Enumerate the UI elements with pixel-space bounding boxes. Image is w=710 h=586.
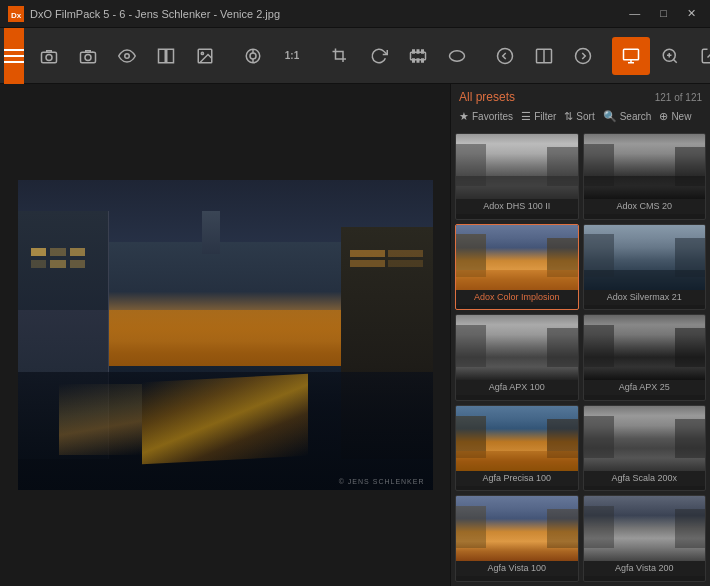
presets-sort-button[interactable]: ⇅ Sort xyxy=(564,110,594,123)
svg-point-10 xyxy=(201,52,203,54)
tool-btn-onetoone[interactable]: 1:1 xyxy=(273,37,311,75)
preset-thumb-agfa-vista100 xyxy=(456,496,578,561)
presets-count: 121 of 121 xyxy=(655,92,702,103)
svg-line-31 xyxy=(673,59,676,62)
toolbar: 1:1 xyxy=(0,28,710,84)
preset-label-agfa-apx25: Agfa APX 25 xyxy=(584,380,706,395)
preset-item-agfa-vista200[interactable]: Agfa Vista 200 xyxy=(583,495,707,582)
list-icon: ☰ xyxy=(521,110,531,123)
svg-rect-17 xyxy=(417,50,419,53)
svg-rect-8 xyxy=(167,49,174,63)
preset-label-agfa-vista200: Agfa Vista 200 xyxy=(584,561,706,576)
search-icon: 🔍 xyxy=(603,110,617,123)
image-watermark: © JENS SCHLENKER xyxy=(339,478,425,485)
preset-label-adox-dhs100ii: Adox DHS 100 II xyxy=(456,199,578,214)
svg-rect-21 xyxy=(422,59,424,62)
star-icon: ★ xyxy=(459,110,469,123)
tool-btn-compare[interactable] xyxy=(147,37,185,75)
preset-item-agfa-scala200x[interactable]: Agfa Scala 200x xyxy=(583,405,707,492)
preset-label-agfa-scala200x: Agfa Scala 200x xyxy=(584,471,706,486)
svg-rect-18 xyxy=(422,50,424,53)
main-content: © JENS SCHLENKER All presets 121 of 121 … xyxy=(0,84,710,586)
presets-title: All presets 121 of 121 xyxy=(459,90,702,104)
tool-group-edit: 1:1 xyxy=(234,37,311,75)
window-title: DxO FilmPack 5 - 6 - Jens Schlenker - Ve… xyxy=(30,8,623,20)
tool-btn-zoom[interactable] xyxy=(651,37,689,75)
preset-item-adox-cms20[interactable]: Adox CMS 20 xyxy=(583,133,707,220)
tool-btn-adjust[interactable] xyxy=(234,37,272,75)
svg-rect-16 xyxy=(413,50,415,53)
app-icon: Dx xyxy=(8,6,24,22)
preset-item-adox-silvermax21[interactable]: Adox Silvermax 21 xyxy=(583,224,707,311)
preset-thumb-agfa-scala200x xyxy=(584,406,706,471)
presets-new-button[interactable]: ⊕ New xyxy=(659,110,691,123)
preset-thumb-adox-cms20 xyxy=(584,134,706,199)
tool-btn-vignette[interactable] xyxy=(438,37,476,75)
svg-point-12 xyxy=(250,53,256,59)
presets-grid: Adox DHS 100 II Adox CMS 20 xyxy=(451,129,710,586)
maximize-button[interactable]: □ xyxy=(654,5,673,22)
presets-sort-label: Sort xyxy=(576,111,594,122)
window-controls: — □ ✕ xyxy=(623,5,702,22)
preset-label-agfa-apx100: Agfa APX 100 xyxy=(456,380,578,395)
preset-label-adox-cms20: Adox CMS 20 xyxy=(584,199,706,214)
svg-point-3 xyxy=(46,54,52,60)
svg-point-22 xyxy=(450,50,465,61)
presets-new-label: New xyxy=(671,111,691,122)
preset-item-adox-dhs100ii[interactable]: Adox DHS 100 II xyxy=(455,133,579,220)
tool-btn-film[interactable] xyxy=(399,37,437,75)
preset-label-adox-color-implosion: Adox Color Implosion xyxy=(456,290,578,305)
preset-item-agfa-precisa100[interactable]: Agfa Precisa 100 xyxy=(455,405,579,492)
tool-btn-display[interactable] xyxy=(612,37,650,75)
svg-point-23 xyxy=(498,48,513,63)
presets-search-label: Search xyxy=(620,111,652,122)
preset-thumb-agfa-precisa100 xyxy=(456,406,578,471)
presets-search-button[interactable]: 🔍 Search xyxy=(603,110,652,123)
presets-filter-button[interactable]: ☰ Filter xyxy=(521,110,556,123)
presets-panel: All presets 121 of 121 ★ Favorites ☰ Fil… xyxy=(450,84,710,586)
tool-btn-crop[interactable] xyxy=(321,37,359,75)
menu-button[interactable] xyxy=(4,28,24,84)
tool-btn-image[interactable] xyxy=(186,37,224,75)
tool-btn-next[interactable] xyxy=(564,37,602,75)
svg-rect-20 xyxy=(417,59,419,62)
preset-thumb-adox-dhs100ii xyxy=(456,134,578,199)
presets-title-text: All presets xyxy=(459,90,515,104)
svg-text:Dx: Dx xyxy=(11,11,22,20)
tool-btn-export[interactable] xyxy=(690,37,710,75)
tool-btn-rotate[interactable] xyxy=(360,37,398,75)
preset-thumb-agfa-apx100 xyxy=(456,315,578,380)
tool-btn-camera1[interactable] xyxy=(30,37,68,75)
svg-point-6 xyxy=(125,53,130,58)
preset-label-adox-silvermax21: Adox Silvermax 21 xyxy=(584,290,706,305)
preset-item-agfa-apx25[interactable]: Agfa APX 25 xyxy=(583,314,707,401)
svg-rect-7 xyxy=(159,49,166,63)
tool-group-view xyxy=(30,37,224,75)
tool-group-transform xyxy=(321,37,476,75)
preset-thumb-adox-color-implosion xyxy=(456,225,578,290)
tool-btn-eye[interactable] xyxy=(108,37,146,75)
svg-rect-27 xyxy=(624,49,639,60)
tool-btn-camera2[interactable] xyxy=(69,37,107,75)
preset-thumb-agfa-vista200 xyxy=(584,496,706,561)
preset-item-adox-color-implosion[interactable]: Adox Color Implosion xyxy=(455,224,579,311)
preset-label-agfa-vista100: Agfa Vista 100 xyxy=(456,561,578,576)
presets-filter-toolbar: ★ Favorites ☰ Filter ⇅ Sort 🔍 Search ⊕ xyxy=(459,108,702,125)
title-bar: Dx DxO FilmPack 5 - 6 - Jens Schlenker -… xyxy=(0,0,710,28)
svg-point-26 xyxy=(576,48,591,63)
preset-thumb-adox-silvermax21 xyxy=(584,225,706,290)
close-button[interactable]: ✕ xyxy=(681,5,702,22)
presets-filter-label: Filter xyxy=(534,111,556,122)
preview-image: © JENS SCHLENKER xyxy=(18,180,433,490)
preset-item-agfa-apx100[interactable]: Agfa APX 100 xyxy=(455,314,579,401)
svg-point-5 xyxy=(85,54,91,60)
presets-header: All presets 121 of 121 ★ Favorites ☰ Fil… xyxy=(451,84,710,129)
preset-thumb-agfa-apx25 xyxy=(584,315,706,380)
sort-icon: ⇅ xyxy=(564,110,573,123)
presets-favorites-button[interactable]: ★ Favorites xyxy=(459,110,513,123)
minimize-button[interactable]: — xyxy=(623,5,646,22)
preset-item-agfa-vista100[interactable]: Agfa Vista 100 xyxy=(455,495,579,582)
tool-btn-prev[interactable] xyxy=(486,37,524,75)
preset-label-agfa-precisa100: Agfa Precisa 100 xyxy=(456,471,578,486)
tool-btn-compare-split[interactable] xyxy=(525,37,563,75)
